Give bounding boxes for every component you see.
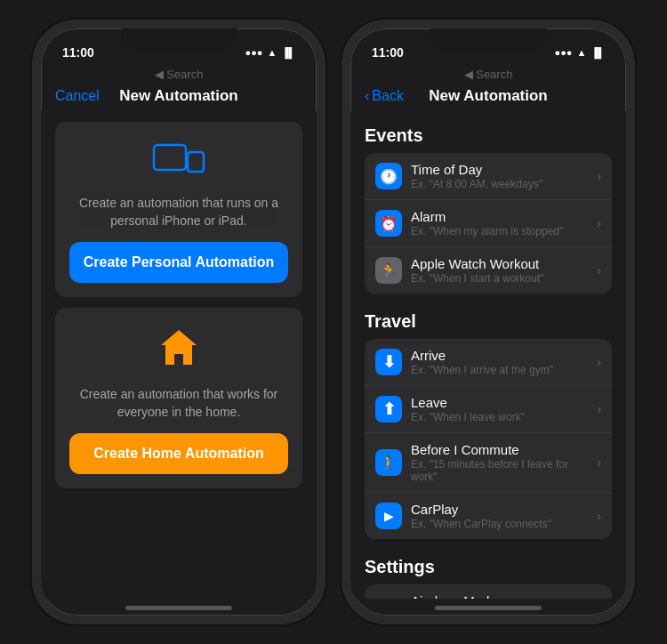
chevron-icon: › [597, 509, 601, 523]
phone-right: 11:00 ●●● ▲ ▐▌ ◀ Search ‹ Back New Autom… [342, 20, 635, 624]
status-bar-right: 11:00 ●●● ▲ ▐▌ [350, 28, 626, 68]
home-description: Create an automation that works for ever… [69, 386, 288, 421]
list-item-alarm[interactable]: ⏰ Alarm Ex. "When my alarm is stopped" › [365, 200, 612, 247]
svg-marker-2 [161, 330, 197, 365]
carplay-title: CarPlay [411, 502, 588, 517]
carplay-subtitle: Ex. "When CarPlay connects" [411, 518, 588, 530]
home-button-right[interactable] [435, 606, 542, 610]
alarm-text: Alarm Ex. "When my alarm is stopped" [411, 209, 588, 237]
chevron-icon: › [597, 169, 601, 183]
back-search-label-left: ◀ Search [41, 68, 317, 85]
chevron-icon: › [597, 216, 601, 230]
personal-description: Create an automation that runs on a pers… [69, 195, 288, 229]
wifi-icon: ▲ [268, 47, 277, 58]
airplane-title: Airplane Mode [411, 593, 588, 599]
status-icons-right: ●●● ▲ ▐▌ [555, 47, 605, 58]
leave-icon: ⬆ [375, 396, 402, 423]
alarm-title: Alarm [411, 209, 588, 224]
arrive-icon: ⬇ [375, 349, 402, 375]
signal-icon-right: ●●● [555, 47, 573, 58]
devices-icon [152, 140, 205, 186]
home-automation-card: Create an automation that works for ever… [55, 308, 302, 488]
phone-left: 11:00 ●●● ▲ ▐▌ ◀ Search Cancel New Autom… [32, 20, 325, 624]
svg-rect-1 [188, 152, 204, 172]
list-item-leave[interactable]: ⬆ Leave Ex. "When I leave work" › [365, 386, 612, 433]
leave-text: Leave Ex. "When I leave work" [411, 395, 588, 423]
chevron-icon: › [597, 263, 601, 278]
back-label: Back [372, 88, 404, 104]
travel-list: ⬇ Arrive Ex. "When I arrive at the gym" … [365, 339, 612, 539]
commute-subtitle: Ex. "15 minutes before I leave for work" [411, 458, 588, 483]
chevron-icon: › [597, 355, 601, 369]
home-button-left[interactable] [125, 606, 232, 610]
list-item-commute[interactable]: 🚶 Before I Commute Ex. "15 minutes befor… [365, 433, 612, 493]
list-item-airplane[interactable]: ✈ Airplane Mode Ex. "When Airplane Mode … [365, 584, 612, 599]
settings-list: ✈ Airplane Mode Ex. "When Airplane Mode … [365, 584, 612, 599]
list-item-workout[interactable]: 🏃 Apple Watch Workout Ex. "When I start … [365, 247, 612, 294]
wifi-icon-right: ▲ [577, 47, 587, 58]
phone1-content: Create an automation that runs on a pers… [41, 111, 317, 599]
carplay-icon: ▶ [375, 503, 402, 529]
home-icon [157, 326, 201, 377]
status-bar-left: 11:00 ●●● ▲ ▐▌ [41, 28, 317, 68]
travel-section-header: Travel [350, 297, 626, 339]
time-of-day-title: Time of Day [411, 162, 588, 177]
alarm-icon: ⏰ [375, 210, 402, 237]
nav-title-left: New Automation [119, 87, 237, 105]
arrive-subtitle: Ex. "When I arrive at the gym" [411, 364, 588, 376]
workout-subtitle: Ex. "When I start a workout" [411, 272, 588, 285]
airplane-text: Airplane Mode Ex. "When Airplane Mode is… [411, 593, 588, 599]
commute-icon: 🚶 [375, 449, 402, 476]
battery-icon-right: ▐▌ [591, 47, 605, 58]
back-search-label-right: ◀ Search [350, 68, 626, 85]
create-personal-automation-button[interactable]: Create Personal Automation [69, 242, 288, 283]
status-icons-left: ●●● ▲ ▐▌ [245, 47, 295, 58]
arrive-title: Arrive [411, 348, 588, 363]
leave-subtitle: Ex. "When I leave work" [411, 411, 588, 423]
phones-container: 11:00 ●●● ▲ ▐▌ ◀ Search Cancel New Autom… [32, 20, 635, 624]
workout-title: Apple Watch Workout [411, 256, 588, 271]
chevron-icon: › [597, 402, 601, 416]
events-section-header: Events [350, 111, 626, 153]
time-of-day-subtitle: Ex. "At 8:00 AM, weekdays" [411, 178, 588, 190]
nav-bar-right: ‹ Back New Automation [350, 85, 626, 111]
workout-text: Apple Watch Workout Ex. "When I start a … [411, 256, 588, 285]
leave-title: Leave [411, 395, 588, 410]
back-chevron-icon: ‹ [365, 88, 369, 104]
cancel-button[interactable]: Cancel [55, 88, 100, 104]
time-of-day-icon: 🕐 [375, 163, 402, 189]
list-item-time-of-day[interactable]: 🕐 Time of Day Ex. "At 8:00 AM, weekdays"… [365, 153, 612, 200]
nav-bar-left: Cancel New Automation [41, 85, 317, 111]
time-right: 11:00 [372, 45, 404, 60]
alarm-subtitle: Ex. "When my alarm is stopped" [411, 225, 588, 237]
time-left: 11:00 [62, 45, 94, 60]
commute-title: Before I Commute [411, 442, 588, 457]
time-of-day-text: Time of Day Ex. "At 8:00 AM, weekdays" [411, 162, 588, 190]
personal-automation-card: Create an automation that runs on a pers… [55, 122, 302, 297]
arrive-text: Arrive Ex. "When I arrive at the gym" [411, 348, 588, 376]
back-button[interactable]: ‹ Back [365, 88, 404, 104]
nav-title-right: New Automation [429, 87, 547, 105]
events-list: 🕐 Time of Day Ex. "At 8:00 AM, weekdays"… [365, 153, 612, 294]
commute-text: Before I Commute Ex. "15 minutes before … [411, 442, 588, 483]
battery-icon: ▐▌ [281, 47, 295, 58]
carplay-text: CarPlay Ex. "When CarPlay connects" [411, 502, 588, 530]
svg-rect-0 [154, 145, 186, 170]
create-home-automation-button[interactable]: Create Home Automation [69, 433, 288, 474]
list-item-carplay[interactable]: ▶ CarPlay Ex. "When CarPlay connects" › [365, 493, 612, 539]
signal-icon: ●●● [245, 47, 263, 58]
phone2-content: Events 🕐 Time of Day Ex. "At 8:00 AM, we… [350, 111, 626, 599]
list-item-arrive[interactable]: ⬇ Arrive Ex. "When I arrive at the gym" … [365, 339, 612, 386]
chevron-icon: › [597, 455, 601, 470]
workout-icon: 🏃 [375, 257, 402, 284]
settings-section-header: Settings [350, 543, 626, 584]
